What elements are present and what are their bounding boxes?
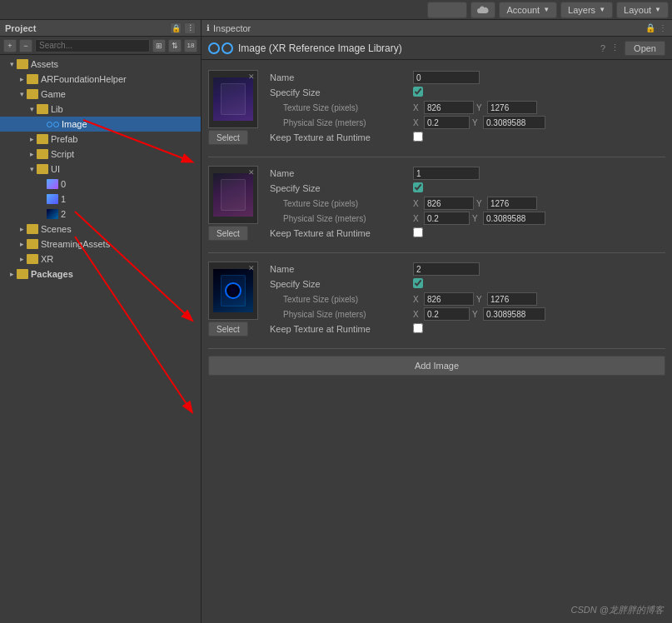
layout-btn[interactable]: Layout ▼ — [616, 2, 669, 18]
specify-size-check-0[interactable] — [413, 87, 423, 97]
physical-y-0[interactable] — [483, 116, 545, 129]
remove-image-1-btn[interactable]: ✕ — [248, 168, 255, 177]
more-icon[interactable]: ⋮ — [184, 22, 196, 34]
image-thumb-0: ✕ — [208, 70, 258, 128]
prop-keep-texture-1: Keep Texture at Runtime — [263, 226, 665, 241]
physical-y-2[interactable] — [483, 307, 545, 321]
tree-item-scenes[interactable]: ▸ Scenes — [0, 222, 201, 237]
question-icon: ? — [600, 43, 605, 53]
prop-name-2: Name — [263, 262, 665, 277]
texture-x-0[interactable] — [424, 101, 474, 114]
inspector-title: Image (XR Reference Image Library) — [238, 42, 595, 54]
specify-size-check-2[interactable] — [413, 278, 423, 288]
select-btn-1[interactable]: Select — [208, 226, 248, 241]
tree-item-image[interactable]: Image — [0, 117, 201, 132]
poster-image-0 — [213, 77, 253, 121]
chevron-down-icon: ▼ — [655, 6, 661, 13]
prop-physical-size-2: Physical Size (meters) X Y — [263, 307, 665, 321]
image-entry-0: ✕ Select Name — [208, 67, 665, 152]
prop-physical-size-1: Physical Size (meters) X Y — [263, 211, 665, 226]
select-btn-2[interactable]: Select — [208, 321, 248, 336]
physical-y-1[interactable] — [483, 212, 545, 225]
inspector-title-bar: Image (XR Reference Image Library) ? ⋮ O… — [202, 37, 672, 60]
add-btn[interactable]: + — [3, 39, 17, 52]
remove-image-2-btn[interactable]: ✕ — [248, 264, 255, 272]
texture-x-2[interactable] — [424, 292, 474, 306]
account-btn[interactable]: Account ▼ — [499, 2, 557, 18]
open-button[interactable]: Open — [625, 41, 665, 56]
tree-item-ui[interactable]: ▾ UI — [0, 162, 201, 177]
prop-texture-size-1: Texture Size (pixels) X Y — [263, 196, 665, 211]
poster-image-2 — [213, 269, 253, 312]
inspector-panel: ℹ Inspector 🔒 ⋮ Image (XR Reference Imag… — [202, 20, 672, 623]
inspector-header-label: Inspector — [213, 23, 251, 33]
inspector-header: ℹ Inspector 🔒 ⋮ — [202, 20, 672, 37]
tree-item-assets[interactable]: ▾ Assets — [0, 57, 201, 72]
keep-texture-check-2[interactable] — [413, 323, 423, 333]
cloud-btn[interactable] — [470, 2, 495, 18]
prop-name-1: Name — [263, 166, 665, 181]
tree-item-prefab[interactable]: ▸ Prefab — [0, 132, 201, 147]
top-bar-rect — [427, 2, 467, 18]
search-input[interactable] — [35, 39, 150, 52]
inspector-lock-icon[interactable]: 🔒 — [645, 23, 655, 32]
tree-item-ui-1[interactable]: 1 — [0, 192, 201, 207]
prop-keep-texture-0: Keep Texture at Runtime — [263, 130, 665, 145]
texture-x-1[interactable] — [424, 197, 474, 210]
divider-2 — [208, 348, 665, 349]
project-tree: ▾ Assets ▸ ARFoundationHelper ▾ Game — [0, 55, 201, 623]
keep-texture-check-1[interactable] — [413, 227, 423, 237]
image-entry-1: ✕ Select Name — [208, 162, 665, 247]
minus-btn[interactable]: − — [19, 39, 32, 52]
physical-x-0[interactable] — [424, 116, 470, 129]
filter-btn[interactable]: ⊞ — [152, 39, 166, 52]
prop-specify-size-1: Specify Size — [263, 181, 665, 196]
zoom-btn[interactable]: 18 — [184, 39, 197, 52]
texture-y-2[interactable] — [487, 292, 537, 306]
specify-size-check-1[interactable] — [413, 182, 423, 192]
prop-keep-texture-2: Keep Texture at Runtime — [263, 321, 665, 336]
prop-texture-size-2: Texture Size (pixels) X Y — [263, 292, 665, 307]
name-input-2[interactable] — [413, 262, 480, 276]
physical-x-1[interactable] — [424, 212, 470, 225]
project-panel: Project 🔒 ⋮ + − ⊞ ⇅ 18 ▾ — [0, 20, 202, 623]
add-image-button[interactable]: Add Image — [208, 356, 665, 376]
tree-item-xr[interactable]: ▸ XR — [0, 252, 201, 267]
texture-y-1[interactable] — [487, 197, 537, 210]
prop-texture-size-0: Texture Size (pixels) X Y — [263, 100, 665, 115]
select-btn-0[interactable]: Select — [208, 130, 248, 145]
tree-item-ui-0[interactable]: 0 — [0, 177, 201, 192]
watermark: CSDN @龙胖胖的博客 — [571, 604, 664, 616]
tree-item-packages[interactable]: ▸ Packages — [0, 267, 201, 282]
xr-icon — [208, 42, 233, 54]
layers-btn[interactable]: Layers ▼ — [560, 2, 613, 18]
lock-icon[interactable]: 🔒 — [170, 22, 182, 34]
inspector-icon: ℹ — [207, 23, 210, 32]
tree-item-game[interactable]: ▾ Game — [0, 87, 201, 102]
chevron-down-icon: ▼ — [599, 6, 605, 13]
prop-physical-size-0: Physical Size (meters) X Y — [263, 115, 665, 130]
keep-texture-check-0[interactable] — [413, 132, 423, 142]
project-toolbar: + − ⊞ ⇅ 18 — [0, 37, 201, 55]
image-entry-2: ✕ Select Name — [208, 258, 665, 343]
name-input-1[interactable] — [413, 167, 480, 180]
project-title: Project — [5, 23, 36, 33]
name-input-0[interactable] — [413, 71, 480, 84]
divider-0 — [208, 157, 665, 157]
tree-item-lib[interactable]: ▾ Lib — [0, 102, 201, 117]
sort-btn[interactable]: ⇅ — [168, 39, 182, 52]
top-bar: Account ▼ Layers ▼ Layout ▼ — [0, 0, 672, 20]
image-thumb-2: ✕ — [208, 262, 258, 320]
texture-y-0[interactable] — [487, 101, 537, 114]
remove-image-0-btn[interactable]: ✕ — [248, 72, 255, 81]
tree-item-streaming[interactable]: ▸ StreamingAssets — [0, 237, 201, 252]
tree-item-ui-2[interactable]: 2 — [0, 207, 201, 222]
inspector-more-icon[interactable]: ⋮ — [659, 23, 667, 32]
tree-item-arfoundation[interactable]: ▸ ARFoundationHelper — [0, 72, 201, 87]
physical-x-2[interactable] — [424, 307, 470, 321]
divider-1 — [208, 252, 665, 253]
tree-item-script[interactable]: ▸ Script — [0, 147, 201, 162]
poster-image-1 — [213, 173, 253, 217]
inspector-body: ✕ Select Name — [202, 60, 672, 623]
prop-specify-size-2: Specify Size — [263, 277, 665, 292]
